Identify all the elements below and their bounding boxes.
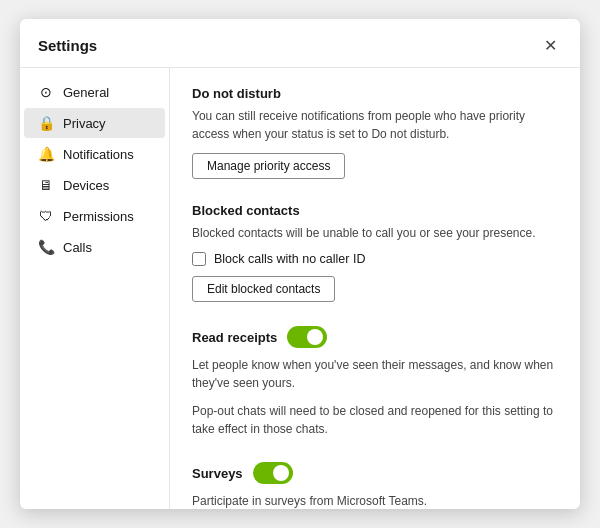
dnd-title: Do not disturb bbox=[192, 86, 558, 101]
blocked-contacts-description: Blocked contacts will be unable to call … bbox=[192, 224, 558, 242]
surveys-section: Surveys Participate in surveys from Micr… bbox=[192, 462, 558, 509]
sidebar-label-devices: Devices bbox=[63, 178, 109, 193]
calls-icon: 📞 bbox=[38, 239, 54, 255]
sidebar-item-general[interactable]: ⊙General bbox=[24, 77, 165, 107]
sidebar-item-notifications[interactable]: 🔔Notifications bbox=[24, 139, 165, 169]
privacy-icon: 🔒 bbox=[38, 115, 54, 131]
sidebar-label-calls: Calls bbox=[63, 240, 92, 255]
settings-dialog: Settings ✕ ⊙General🔒Privacy🔔Notification… bbox=[20, 19, 580, 509]
notifications-icon: 🔔 bbox=[38, 146, 54, 162]
block-calls-label: Block calls with no caller ID bbox=[214, 252, 365, 266]
read-receipts-section: Read receipts Let people know when you'v… bbox=[192, 326, 558, 438]
manage-priority-access-button[interactable]: Manage priority access bbox=[192, 153, 345, 179]
surveys-slider bbox=[253, 462, 293, 484]
dialog-body: ⊙General🔒Privacy🔔Notifications🖥Devices🛡P… bbox=[20, 68, 580, 509]
sidebar: ⊙General🔒Privacy🔔Notifications🖥Devices🛡P… bbox=[20, 68, 170, 509]
sidebar-item-calls[interactable]: 📞Calls bbox=[24, 232, 165, 262]
surveys-title: Surveys bbox=[192, 466, 243, 481]
general-icon: ⊙ bbox=[38, 84, 54, 100]
blocked-contacts-title: Blocked contacts bbox=[192, 203, 558, 218]
surveys-toggle-row: Surveys bbox=[192, 462, 558, 484]
do-not-disturb-section: Do not disturb You can still receive not… bbox=[192, 86, 558, 179]
sidebar-item-privacy[interactable]: 🔒Privacy bbox=[24, 108, 165, 138]
read-receipts-desc2: Pop-out chats will need to be closed and… bbox=[192, 402, 558, 438]
dialog-header: Settings ✕ bbox=[20, 19, 580, 68]
devices-icon: 🖥 bbox=[38, 177, 54, 193]
sidebar-label-notifications: Notifications bbox=[63, 147, 134, 162]
sidebar-item-devices[interactable]: 🖥Devices bbox=[24, 170, 165, 200]
sidebar-item-permissions[interactable]: 🛡Permissions bbox=[24, 201, 165, 231]
dialog-title: Settings bbox=[38, 37, 97, 54]
read-receipts-slider bbox=[287, 326, 327, 348]
sidebar-label-general: General bbox=[63, 85, 109, 100]
read-receipts-toggle-row: Read receipts bbox=[192, 326, 558, 348]
read-receipts-toggle[interactable] bbox=[287, 326, 327, 348]
close-button[interactable]: ✕ bbox=[538, 33, 562, 57]
block-calls-checkbox[interactable] bbox=[192, 252, 206, 266]
blocked-contacts-section: Blocked contacts Blocked contacts will b… bbox=[192, 203, 558, 302]
surveys-description: Participate in surveys from Microsoft Te… bbox=[192, 492, 558, 509]
edit-blocked-contacts-button[interactable]: Edit blocked contacts bbox=[192, 276, 335, 302]
permissions-icon: 🛡 bbox=[38, 208, 54, 224]
read-receipts-desc1: Let people know when you've seen their m… bbox=[192, 356, 558, 392]
content-area: Do not disturb You can still receive not… bbox=[170, 68, 580, 509]
surveys-toggle[interactable] bbox=[253, 462, 293, 484]
sidebar-label-privacy: Privacy bbox=[63, 116, 106, 131]
read-receipts-title: Read receipts bbox=[192, 330, 277, 345]
block-calls-row: Block calls with no caller ID bbox=[192, 252, 558, 266]
dnd-description: You can still receive notifications from… bbox=[192, 107, 558, 143]
sidebar-label-permissions: Permissions bbox=[63, 209, 134, 224]
